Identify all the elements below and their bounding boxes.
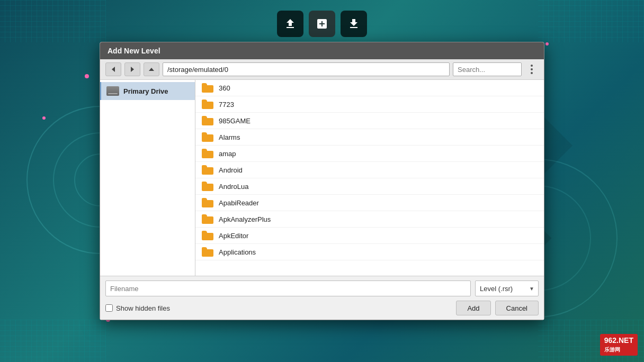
back-button[interactable] xyxy=(105,62,121,76)
list-item[interactable]: Android xyxy=(195,162,544,178)
forward-button[interactable] xyxy=(124,62,140,76)
folder-icon xyxy=(202,132,213,142)
folder-icon xyxy=(202,198,213,207)
list-item[interactable]: Applications xyxy=(195,244,544,260)
list-item[interactable]: ApkAnalyzerPlus xyxy=(195,211,544,228)
file-name: 7723 xyxy=(219,101,234,108)
file-name: Applications xyxy=(219,248,256,256)
list-item[interactable]: amap xyxy=(195,146,544,162)
file-name: 360 xyxy=(219,84,230,92)
file-name: Alarms xyxy=(219,133,240,141)
search-input[interactable] xyxy=(453,62,522,76)
svg-marker-2 xyxy=(149,68,154,71)
list-item[interactable]: ApkEditor xyxy=(195,228,544,244)
folder-icon xyxy=(202,231,213,240)
show-hidden-files-checkbox[interactable] xyxy=(105,304,113,312)
filename-row: Level (.rsr) ▼ xyxy=(105,280,539,296)
folder-icon xyxy=(202,116,213,125)
filetype-select[interactable]: Level (.rsr) xyxy=(475,280,539,296)
up-button[interactable] xyxy=(144,62,159,76)
left-panel: Primary Drive xyxy=(100,80,195,276)
file-name: ApkAnalyzerPlus xyxy=(219,215,271,223)
primary-drive-item[interactable]: Primary Drive xyxy=(100,82,195,100)
list-item[interactable]: AndroLua xyxy=(195,178,544,195)
folder-icon xyxy=(202,99,213,109)
add-new-level-dialog: Add New Level xyxy=(100,42,544,320)
svg-marker-0 xyxy=(112,67,115,72)
list-item[interactable]: 7723 xyxy=(195,96,544,113)
more-options-button[interactable] xyxy=(525,62,539,76)
file-list[interactable]: 360 7723 985GAME Alarms amap xyxy=(195,80,544,276)
folder-icon xyxy=(202,83,213,93)
file-name: ApkEditor xyxy=(219,232,248,240)
folder-icon xyxy=(202,214,213,224)
cancel-button[interactable]: Cancel xyxy=(495,301,539,315)
list-item[interactable]: 985GAME xyxy=(195,113,544,129)
file-name: ApabiReader xyxy=(219,199,259,207)
add-button[interactable]: Add xyxy=(456,301,490,315)
dialog-toolbar xyxy=(100,59,544,80)
bottom-bar: Level (.rsr) ▼ Show hidden files Add Can… xyxy=(100,276,544,320)
folder-icon xyxy=(202,165,213,175)
watermark: 962.NET 乐游网 xyxy=(600,334,638,356)
folder-icon xyxy=(202,182,213,191)
list-item[interactable]: Alarms xyxy=(195,129,544,146)
filename-input[interactable] xyxy=(105,280,471,296)
path-input[interactable] xyxy=(163,62,450,76)
file-name: 985GAME xyxy=(219,117,251,125)
dialog-overlay: Add New Level xyxy=(0,0,644,362)
folder-icon xyxy=(202,247,213,257)
file-name: Android xyxy=(219,166,243,174)
folder-icon xyxy=(202,149,213,158)
actions-row: Show hidden files Add Cancel xyxy=(105,301,539,315)
show-hidden-files-text: Show hidden files xyxy=(116,304,170,312)
file-name: amap xyxy=(219,150,236,158)
content-area: Primary Drive 360 7723 985GAME xyxy=(100,80,544,276)
drive-label: Primary Drive xyxy=(123,87,168,95)
dialog-title: Add New Level xyxy=(100,42,544,59)
list-item[interactable]: ApabiReader xyxy=(195,195,544,211)
list-item[interactable]: 360 xyxy=(195,80,544,96)
filetype-wrapper: Level (.rsr) ▼ xyxy=(475,280,539,296)
show-hidden-files-label[interactable]: Show hidden files xyxy=(105,304,170,312)
drive-icon xyxy=(106,86,119,96)
file-name: AndroLua xyxy=(219,183,248,191)
svg-marker-1 xyxy=(131,67,134,72)
